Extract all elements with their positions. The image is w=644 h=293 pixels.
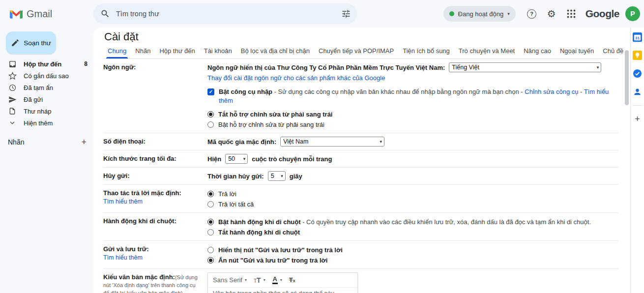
sidebar-item-drafts[interactable]: Thư nháp <box>0 105 93 117</box>
search-icon[interactable] <box>100 9 110 19</box>
page-size-suffix: cuộc trò chuyện mỗi trang <box>252 154 332 164</box>
send-archive-learn-more-link[interactable]: Tìm hiểu thêm <box>103 254 200 261</box>
avatar-letter: P <box>630 10 635 18</box>
caret-down-icon: ▾ <box>280 278 282 282</box>
remove-formatting-button[interactable]: Tx <box>289 276 295 284</box>
status-chip[interactable]: Đang hoạt động ▾ <box>443 6 516 22</box>
text-style-box: Sans Serif▾ TT▾ A▾ Tx Văn bản trong phần… <box>207 272 358 293</box>
tasks-icon[interactable] <box>633 69 642 78</box>
hover-on-label: Bật hành động khi di chuột <box>218 218 301 226</box>
undo-send-prefix: Thời gian hủy gửi: <box>207 172 264 181</box>
settings-row-hover-actions: Hành động khi di chuột: Bật hành động kh… <box>103 213 618 241</box>
labels-header: Nhãn + <box>0 138 93 146</box>
text-color-dropdown[interactable]: A▾ <box>272 276 282 284</box>
sidebar-item-snoozed[interactable]: Đã tạm ẩn <box>0 82 93 93</box>
labels-header-title: Nhãn <box>8 138 24 146</box>
reply-all-label: Trả lời tất cả <box>218 200 254 209</box>
sidebar-item-more[interactable]: Hiện thêm <box>0 117 93 129</box>
show-send-archive-radio[interactable] <box>207 247 214 253</box>
keep-icon[interactable] <box>633 51 642 60</box>
gear-icon: ⚙ <box>547 8 556 20</box>
settings-button[interactable]: ⚙ <box>542 4 561 23</box>
sidebar-item-sent[interactable]: Đã gửi <box>0 93 93 105</box>
country-code-value: Việt Nam <box>283 137 308 146</box>
font-family-dropdown[interactable]: Sans Serif▾ <box>213 276 247 284</box>
input-tools-desc: - Sử dụng các công cụ nhập văn bản khác … <box>272 88 525 95</box>
sidebar-item-inbox[interactable]: Hộp thư đến 8 <box>0 58 93 70</box>
text-style-toolbar: Sans Serif▾ TT▾ A▾ Tx <box>208 273 357 287</box>
tab-offline[interactable]: Ngoại tuyến <box>556 44 598 59</box>
tab-themes[interactable]: Chủ đề <box>598 44 628 59</box>
reply-all-radio[interactable] <box>207 201 214 207</box>
check-icon: ✓ <box>209 89 213 94</box>
row-label: Ngôn ngữ: <box>103 62 207 129</box>
language-select[interactable]: Tiếng Việt▾ <box>449 62 601 72</box>
tab-general[interactable]: Chung <box>103 44 131 59</box>
tab-forwarding-pop-imap[interactable]: Chuyển tiếp và POP/IMAP <box>314 44 398 59</box>
row-label: Hủy gửi: <box>103 171 207 181</box>
create-label-button[interactable]: + <box>81 138 87 146</box>
row-label: Kiểu văn bản mặc định:(Sử dụng nút 'Xóa … <box>103 272 207 293</box>
select-arrow-icon: ▾ <box>380 137 382 146</box>
input-tools-checkbox[interactable]: ✓ <box>207 88 214 95</box>
settings-card: Cài đặt Chung Nhãn Hộp thư đến Tài khoản… <box>93 28 630 293</box>
hover-on-radio[interactable] <box>207 219 214 225</box>
font-family-value: Sans Serif <box>213 276 242 284</box>
tab-accounts[interactable]: Tài khoản <box>200 44 236 59</box>
tab-inbox[interactable]: Hộp thư đến <box>155 44 199 59</box>
page-size-select[interactable]: 50▾ <box>225 154 248 164</box>
content-scrollbar[interactable] <box>625 50 629 105</box>
sidebar-item-label: Đã gửi <box>24 96 43 103</box>
search-input[interactable] <box>115 9 336 18</box>
help-button[interactable]: ? <box>523 4 541 23</box>
settings-row-reply-behavior: Thao tác trả lời mặc định:Tìm hiểu thêm … <box>103 185 618 213</box>
strip-divider <box>633 105 643 106</box>
caret-down-icon: ▾ <box>263 278 265 282</box>
undo-send-suffix: giây <box>290 172 302 181</box>
row-label: Kích thước trang tối đa: <box>103 154 207 164</box>
tab-addons[interactable]: Tiện ích bổ sung <box>398 44 454 59</box>
undo-send-select[interactable]: 5▾ <box>268 171 286 181</box>
draft-icon <box>8 107 17 115</box>
account-avatar[interactable]: P <box>625 6 640 21</box>
undo-send-value: 5 <box>271 172 274 181</box>
reply-learn-more-link[interactable]: Tìm hiểu thêm <box>103 198 200 205</box>
hide-send-archive-label: Ẩn nút "Gửi và lưu trữ" trong trả lời <box>218 256 327 265</box>
font-size-dropdown[interactable]: TT▾ <box>254 276 265 284</box>
star-icon <box>8 72 17 80</box>
gmail-logo[interactable]: Gmail <box>10 8 52 20</box>
hover-off-label: Tắt hành động khi di chuột <box>218 228 300 237</box>
edit-input-tools-link[interactable]: Chỉnh sửa công cụ <box>525 88 578 95</box>
hover-off-radio[interactable] <box>207 229 214 235</box>
rtl-off-radio[interactable] <box>207 111 214 117</box>
search-options-icon[interactable] <box>341 9 351 19</box>
search-bar[interactable] <box>93 3 357 24</box>
apps-grid-button[interactable] <box>562 4 581 23</box>
sidebar: Soạn thư Hộp thư đến 8 Có gắn dấu sao Đã… <box>0 28 93 293</box>
hover-on-desc: - Có quyền truy cập nhanh vào các điều k… <box>301 218 591 226</box>
active-status-dot <box>449 11 454 16</box>
sidebar-nav: Hộp thư đến 8 Có gắn dấu sao Đã tạm ẩn Đ… <box>0 58 93 129</box>
tab-advanced[interactable]: Nâng cao <box>519 44 556 59</box>
change-language-settings-link[interactable]: Thay đổi cài đặt ngôn ngữ cho các sản ph… <box>207 74 385 82</box>
sidebar-item-label: Hiện thêm <box>24 119 53 127</box>
row-label-text: Kiểu văn bản mặc định: <box>103 273 175 281</box>
row-label-text: Gửi và lưu trữ: <box>103 245 149 253</box>
row-label-text: Thao tác trả lời mặc định: <box>103 189 181 197</box>
country-code-select[interactable]: Việt Nam▾ <box>280 137 384 146</box>
sidebar-item-starred[interactable]: Có gắn dấu sao <box>0 70 93 82</box>
compose-button[interactable]: Soạn thư <box>6 31 56 54</box>
rtl-on-radio[interactable] <box>207 121 214 128</box>
tab-chat-meet[interactable]: Trò chuyện và Meet <box>454 44 519 59</box>
get-addons-plus-icon[interactable]: + <box>635 115 640 123</box>
calendar-icon[interactable]: 31 <box>633 32 642 42</box>
hide-send-archive-radio[interactable] <box>207 257 214 264</box>
tab-filters-blocked[interactable]: Bộ lọc và địa chỉ bị chặn <box>236 44 314 59</box>
logo-area: Gmail <box>0 8 93 20</box>
contacts-icon[interactable] <box>633 87 642 96</box>
rtl-on-label: Bật hỗ trợ chỉnh sửa từ phải sang trái <box>218 120 324 129</box>
settings-row-text-style: Kiểu văn bản mặc định:(Sử dụng nút 'Xóa … <box>103 269 618 293</box>
country-code-text: Mã quốc gia mặc định: <box>207 137 276 146</box>
reply-radio[interactable] <box>207 191 214 197</box>
tab-labels[interactable]: Nhãn <box>131 44 155 59</box>
